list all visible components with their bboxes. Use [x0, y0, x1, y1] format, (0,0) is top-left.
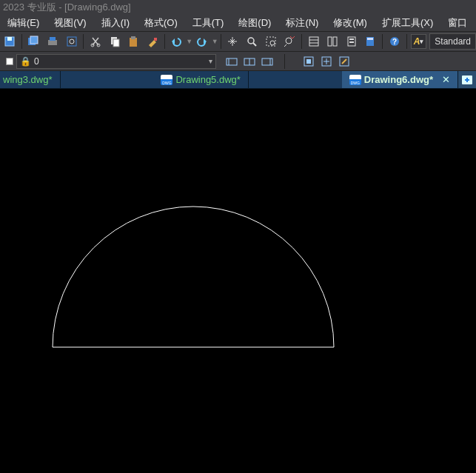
dwg-file-icon: [161, 75, 172, 85]
svg-rect-1: [7, 37, 12, 41]
title-bar: 2023 专业版 - [Drawing6.dwg]: [0, 0, 476, 15]
separator: [221, 34, 221, 49]
undo-icon[interactable]: [168, 33, 186, 50]
separator: [21, 34, 22, 49]
document-tabs: wing3.dwg* Drawing5.dwg* Drawing6.dwg* ✕: [0, 71, 476, 89]
toolbar-layer: 🔒 0: [0, 52, 476, 71]
copy-icon[interactable]: [106, 33, 124, 50]
redo-dropdown-icon[interactable]: ▼: [212, 38, 218, 45]
calculator-icon[interactable]: [362, 33, 380, 50]
separator: [382, 34, 383, 49]
tab-label: wing3.dwg*: [3, 74, 53, 85]
layer-iso-icon[interactable]: [260, 54, 276, 69]
svg-rect-3: [30, 36, 38, 44]
zoom-window-icon[interactable]: [262, 33, 280, 50]
lock-icon: 🔒: [20, 56, 31, 67]
menu-edit[interactable]: 编辑(E): [0, 15, 47, 31]
zoom-icon[interactable]: [243, 33, 261, 50]
block-edit-icon[interactable]: [336, 54, 352, 69]
tab-drawing5[interactable]: Drawing5.dwg*: [153, 71, 248, 88]
style-name: Standard: [435, 36, 471, 47]
separator: [83, 34, 84, 49]
svg-rect-4: [48, 40, 57, 45]
preview-icon[interactable]: [63, 33, 81, 50]
menu-tools[interactable]: 工具(T): [185, 15, 232, 31]
pan-icon[interactable]: [224, 33, 242, 50]
new-tab-button[interactable]: [458, 71, 476, 88]
print-icon[interactable]: [44, 33, 61, 50]
plus-icon: [461, 75, 473, 85]
svg-rect-20: [309, 37, 318, 46]
drawing-canvas[interactable]: [0, 89, 476, 473]
tab-gap: [249, 71, 342, 88]
svg-rect-24: [333, 37, 337, 46]
svg-rect-23: [328, 37, 332, 46]
tool-palette-icon[interactable]: [343, 33, 361, 50]
menu-insert[interactable]: 插入(I): [94, 15, 137, 31]
svg-rect-29: [367, 38, 373, 40]
tab-label: Drawing5.dwg*: [175, 74, 240, 85]
dwg-file-icon: [349, 75, 361, 85]
zoom-previous-icon[interactable]: [281, 33, 298, 50]
menu-extension[interactable]: 扩展工具(X): [375, 15, 440, 31]
layer-combo[interactable]: 🔒 0: [16, 54, 216, 69]
svg-rect-32: [227, 58, 237, 65]
layer-states-icon[interactable]: [242, 54, 258, 69]
svg-rect-6: [67, 37, 76, 46]
block-create-icon[interactable]: [318, 54, 335, 69]
svg-rect-13: [131, 36, 135, 39]
svg-rect-27: [349, 41, 354, 43]
svg-rect-14: [154, 38, 157, 41]
separator: [406, 34, 407, 49]
svg-point-7: [70, 39, 74, 44]
svg-rect-36: [262, 58, 272, 65]
toolbar-main: ▼ ▼ ? A▾ Standard: [0, 31, 476, 52]
separator: [284, 54, 285, 69]
menu-dimension[interactable]: 标注(N): [278, 15, 326, 31]
svg-rect-39: [306, 59, 311, 64]
help-icon[interactable]: ?: [386, 33, 403, 50]
menu-modify[interactable]: 修改(M): [326, 15, 375, 31]
block-insert-icon[interactable]: [301, 54, 317, 69]
matchprop-icon[interactable]: [144, 33, 161, 50]
svg-rect-5: [50, 37, 56, 41]
svg-point-19: [286, 38, 292, 44]
tab-gap: [61, 71, 154, 88]
text-style-icon[interactable]: A▾: [411, 34, 427, 49]
svg-rect-26: [349, 38, 354, 40]
svg-text:?: ?: [392, 38, 397, 46]
separator: [164, 34, 165, 49]
title-text: 2023 专业版 - [Drawing6.dwg]: [3, 1, 131, 14]
saveall-icon[interactable]: [25, 33, 43, 50]
properties-icon[interactable]: [305, 33, 323, 50]
menu-bar: 编辑(E) 视图(V) 插入(I) 格式(O) 工具(T) 绘图(D) 标注(N…: [0, 15, 476, 31]
text-style-combo[interactable]: Standard: [429, 33, 476, 50]
save-icon[interactable]: [1, 33, 19, 50]
menu-draw[interactable]: 绘图(D): [231, 15, 278, 31]
menu-view[interactable]: 视图(V): [47, 15, 93, 31]
layer-color-swatch[interactable]: [6, 58, 13, 65]
svg-point-15: [248, 38, 254, 44]
tab-drawing6[interactable]: Drawing6.dwg* ✕: [342, 71, 458, 88]
layer-name: 0: [34, 56, 39, 67]
tab-drawing3[interactable]: wing3.dwg*: [0, 71, 61, 88]
design-center-icon[interactable]: [324, 33, 341, 50]
cut-icon[interactable]: [87, 33, 104, 50]
separator: [301, 34, 302, 49]
undo-dropdown-icon[interactable]: ▼: [186, 38, 192, 45]
redo-icon[interactable]: [193, 33, 211, 50]
svg-point-18: [270, 41, 275, 45]
close-tab-icon[interactable]: ✕: [442, 74, 450, 85]
menu-format[interactable]: 格式(O): [137, 15, 185, 31]
layer-prev-icon[interactable]: [224, 54, 241, 69]
drawing-content: [0, 89, 476, 473]
paste-icon[interactable]: [124, 33, 142, 50]
menu-window[interactable]: 窗口: [440, 15, 475, 31]
svg-rect-11: [113, 39, 119, 47]
svg-line-16: [253, 43, 256, 46]
tab-label: Drawing6.dwg*: [364, 74, 433, 85]
